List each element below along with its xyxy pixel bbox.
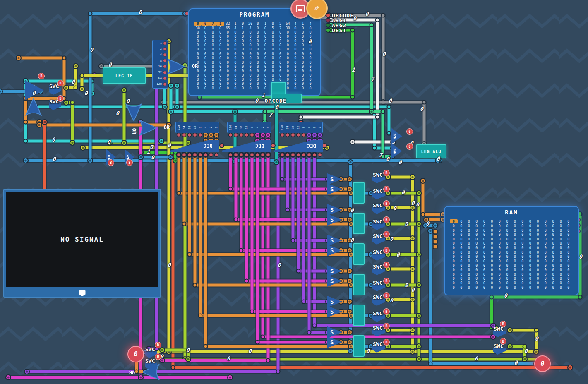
wire-node-center xyxy=(422,180,424,182)
wire-node xyxy=(245,279,249,283)
wire-node xyxy=(297,269,300,273)
bit-pin xyxy=(229,133,233,137)
wire-node-center xyxy=(418,284,420,286)
wire-node xyxy=(351,29,355,32)
wire-node-center xyxy=(361,345,363,347)
wire-node xyxy=(135,370,139,374)
pin xyxy=(271,144,275,148)
dec-output-pin xyxy=(313,153,317,157)
wire-node-center xyxy=(210,134,212,136)
wire-node-center xyxy=(424,224,426,226)
bit-pin xyxy=(234,133,238,137)
wire-node-center xyxy=(387,298,389,300)
wire-node-center xyxy=(204,139,206,142)
wire-node-center xyxy=(340,280,342,282)
wire-node-center xyxy=(327,331,329,333)
dec-output-pin xyxy=(281,153,284,157)
wire-node-center xyxy=(160,140,162,142)
wire-node-center xyxy=(509,329,511,331)
dec-output-pin xyxy=(291,153,295,157)
dec-output-pin xyxy=(302,153,306,157)
wire-node xyxy=(74,86,78,90)
wire-node xyxy=(261,335,265,339)
wire-node-center xyxy=(327,341,329,343)
wire-node xyxy=(24,139,28,143)
pin xyxy=(197,95,202,99)
wire-node-center xyxy=(348,188,350,190)
wire-node xyxy=(307,331,311,334)
wire-node-center xyxy=(24,80,26,82)
wire-node-center xyxy=(418,253,420,255)
dec-output-pin xyxy=(193,153,197,157)
wire-node-center xyxy=(256,139,258,142)
wire-node-center xyxy=(509,345,511,347)
pin xyxy=(573,212,577,216)
wire-node-center xyxy=(174,159,176,161)
dec-output-pin xyxy=(209,153,213,157)
wire-node-center xyxy=(442,213,444,215)
wire-node xyxy=(71,101,74,105)
wire-node xyxy=(281,178,284,181)
bit-pin xyxy=(193,133,197,137)
bit-pin xyxy=(286,133,290,137)
wire-node-center xyxy=(350,223,352,225)
wire-node-center xyxy=(170,84,172,86)
wire-node-center xyxy=(387,345,389,347)
wire-node-center xyxy=(387,329,389,331)
wire-node-center xyxy=(148,348,150,350)
wire-node xyxy=(266,359,270,362)
dec-output-pin xyxy=(177,153,181,157)
pin xyxy=(322,144,326,148)
wire-node-center xyxy=(144,351,146,353)
circuit-canvas[interactable]: PROGRAM007132102001056441438000654140057… xyxy=(0,0,588,384)
wire-node-center xyxy=(215,139,217,142)
wire-node xyxy=(263,110,267,114)
screen-monitor[interactable]: NO SIGNAL xyxy=(3,189,161,298)
wire-node-center xyxy=(262,134,264,136)
wire-node-center xyxy=(187,142,189,144)
wire-node-center xyxy=(418,223,420,225)
wire-node-center xyxy=(144,370,146,372)
wire-node-center xyxy=(26,370,28,372)
wire-node-center xyxy=(340,209,342,211)
wire-node xyxy=(373,146,377,150)
bit-pin xyxy=(240,133,243,137)
wire-node-center xyxy=(434,224,436,226)
bit-pin xyxy=(291,133,295,137)
wire-node-center xyxy=(411,206,413,209)
wire-node-center xyxy=(411,329,413,331)
wire-node-center xyxy=(392,132,394,134)
pin xyxy=(326,23,330,27)
wire-node xyxy=(302,300,306,304)
wire-node-center xyxy=(542,358,544,360)
pin xyxy=(326,13,330,17)
wire-node-center xyxy=(123,89,125,91)
wire-node-center xyxy=(387,237,389,239)
wire-node-center xyxy=(348,310,350,312)
wire-node-center xyxy=(391,155,393,157)
wire-node-center xyxy=(392,141,394,143)
wire-node-center xyxy=(370,192,372,194)
wire-node xyxy=(199,314,202,318)
wire-node-center xyxy=(340,270,342,272)
wire-node-center xyxy=(215,134,217,136)
wire-node-center xyxy=(387,268,389,270)
wire-node-center xyxy=(313,134,315,136)
wire-node-center xyxy=(327,280,329,282)
wire-node-center xyxy=(350,314,352,317)
wire-node-center xyxy=(387,314,389,317)
wire-node-center xyxy=(81,88,83,90)
wire-node-center xyxy=(340,300,342,302)
wire-node xyxy=(351,96,355,99)
wire-node-center xyxy=(100,65,102,67)
wire-node-center xyxy=(437,155,439,157)
wire-node-center xyxy=(340,249,342,251)
wire-node-center xyxy=(262,139,264,142)
dec-output-pin xyxy=(199,153,202,157)
wire-node-center xyxy=(89,159,91,161)
wire-node-center xyxy=(348,209,350,211)
wire-node-center xyxy=(387,223,389,225)
wire-node-center xyxy=(327,209,329,211)
wire-node xyxy=(535,329,538,332)
wire-node xyxy=(376,18,379,22)
